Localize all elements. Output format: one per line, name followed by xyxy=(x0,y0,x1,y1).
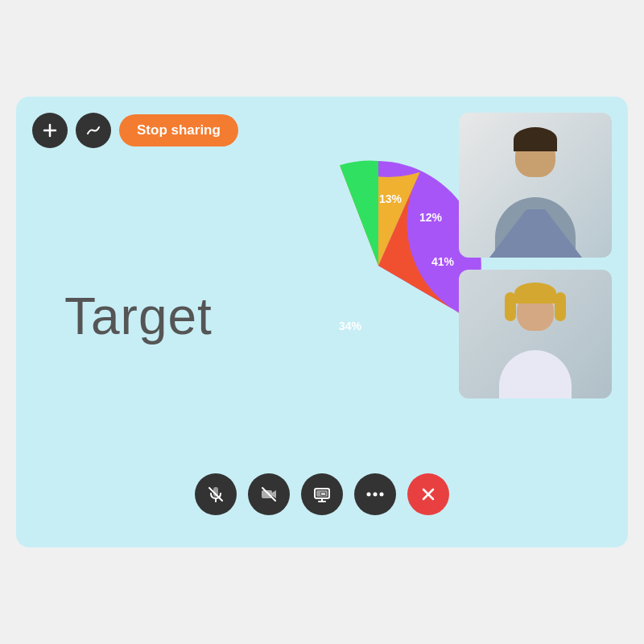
pie-label-yellow: 13% xyxy=(379,192,402,205)
add-button[interactable] xyxy=(32,113,68,148)
video-panel-person2 xyxy=(459,270,612,398)
svg-point-15 xyxy=(380,493,384,497)
toolbar: Stop sharing xyxy=(32,113,238,148)
pie-label-red: 12% xyxy=(419,211,443,224)
svg-point-13 xyxy=(367,493,371,497)
stop-sharing-button[interactable]: Stop sharing xyxy=(119,114,238,147)
pie-label-green: 34% xyxy=(339,320,362,332)
target-text: Target xyxy=(64,287,213,346)
pie-label-purple: 41% xyxy=(431,255,455,268)
mute-button[interactable] xyxy=(195,473,237,515)
screen-container: Stop sharing Target 41% 12% 13% 34% xyxy=(16,97,628,547)
video-off-button[interactable] xyxy=(248,473,290,515)
svg-point-14 xyxy=(374,493,378,497)
video-panel-person1 xyxy=(459,113,612,258)
more-button[interactable] xyxy=(354,473,396,515)
end-call-button[interactable] xyxy=(407,473,449,515)
screen-share-button[interactable] xyxy=(301,473,343,515)
pie-segment-green xyxy=(340,161,378,266)
pen-button[interactable] xyxy=(76,113,111,148)
svg-rect-12 xyxy=(321,493,325,495)
control-bar xyxy=(195,473,449,515)
